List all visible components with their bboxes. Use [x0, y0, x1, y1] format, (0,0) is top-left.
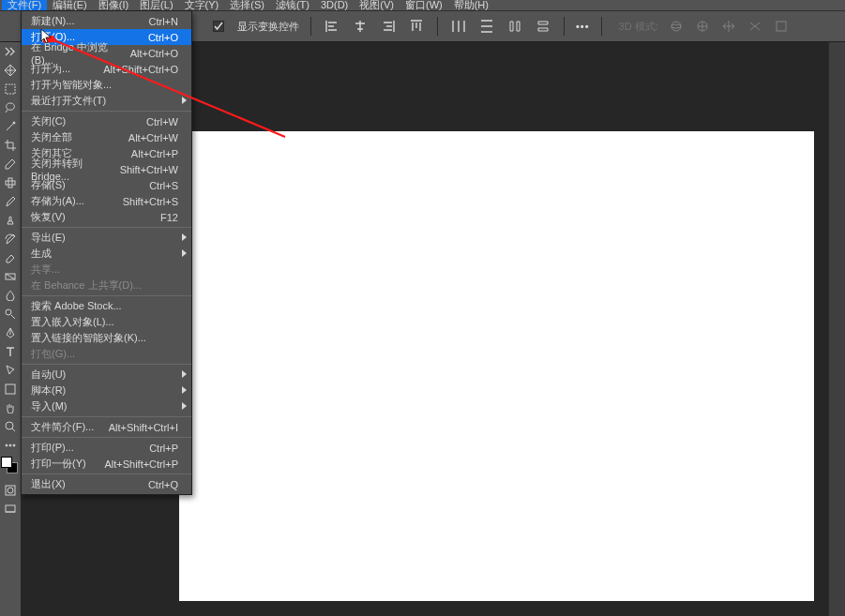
menu-edit[interactable]: 编辑(E)	[47, 0, 93, 10]
menu-item-shortcut: Ctrl+S	[149, 180, 178, 191]
lasso-tool-icon[interactable]	[0, 98, 21, 117]
menu-file[interactable]: 文件(F)	[2, 0, 47, 10]
menu-item[interactable]: 置入链接的智能对象(K)...	[22, 330, 191, 346]
wand-tool-icon[interactable]	[0, 117, 21, 136]
dodge-tool-icon[interactable]	[0, 305, 21, 323]
menu-item-label: 共享...	[31, 263, 60, 277]
zoom-tool-icon[interactable]	[0, 417, 21, 436]
menu-item[interactable]: 存储(S)Ctrl+S	[22, 177, 191, 193]
chevrons-icon[interactable]	[0, 42, 21, 61]
menu-separator	[22, 227, 191, 228]
menu-item-shortcut: Ctrl+Q	[148, 479, 178, 490]
menu-item[interactable]: 文件简介(F)...Alt+Shift+Ctrl+I	[22, 419, 191, 435]
crop-tool-icon[interactable]	[0, 136, 21, 155]
menu-item[interactable]: 关闭并转到 Bridge...Shift+Ctrl+W	[22, 161, 191, 177]
stamp-tool-icon[interactable]	[0, 211, 21, 230]
menu-item[interactable]: 关闭全部Alt+Ctrl+W	[22, 129, 191, 145]
eyedropper-tool-icon[interactable]	[0, 155, 21, 173]
type-tool-icon[interactable]	[0, 342, 21, 361]
menu-item[interactable]: 导入(M)	[22, 398, 191, 414]
menu-filter[interactable]: 滤镜(T)	[270, 0, 315, 10]
more-options-icon[interactable]: •••	[576, 21, 590, 32]
menu-item[interactable]: 打印一份(Y)Alt+Shift+Ctrl+P	[22, 456, 191, 472]
document-canvas[interactable]	[179, 131, 814, 601]
menu-item-shortcut: Ctrl+W	[146, 116, 178, 128]
gradient-tool-icon[interactable]	[0, 267, 21, 286]
menu-separator	[22, 111, 191, 112]
separator	[564, 17, 565, 36]
distribute-space-v-icon[interactable]	[534, 17, 552, 36]
menu-item: 共享...	[22, 262, 191, 278]
path-select-icon[interactable]	[0, 361, 21, 380]
distribute-h-icon[interactable]	[449, 17, 468, 36]
menu-image[interactable]: 图像(I)	[93, 0, 134, 10]
menu-item[interactable]: 打开为...Alt+Shift+Ctrl+O	[22, 61, 191, 77]
menu-item-shortcut: Alt+Ctrl+P	[131, 148, 178, 159]
menu-item-label: 打开为智能对象...	[31, 78, 112, 92]
menu-item[interactable]: 最近打开文件(T)	[22, 93, 191, 109]
menu-item[interactable]: 导出(E)	[22, 230, 191, 246]
menu-separator	[22, 364, 191, 365]
menu-item[interactable]: 置入嵌入对象(L)...	[22, 314, 191, 330]
align-right-icon[interactable]	[379, 17, 398, 36]
move-tool-icon[interactable]	[0, 61, 21, 80]
svg-rect-7	[6, 181, 15, 185]
healing-tool-icon[interactable]	[0, 173, 21, 192]
screenmode-icon[interactable]	[0, 500, 21, 518]
menu-item-label: 自动(U)	[31, 368, 66, 382]
checkbox-transform-controls[interactable]	[213, 21, 224, 32]
menu-layer[interactable]: 图层(L)	[134, 0, 178, 10]
align-hcenter-icon[interactable]	[351, 17, 370, 36]
shape-tool-icon[interactable]	[0, 380, 21, 398]
menu-item-label: 关闭(C)	[31, 114, 66, 128]
menu-item[interactable]: 生成	[22, 246, 191, 262]
separator	[310, 17, 311, 36]
label-transform-controls: 显示变换控件	[237, 20, 299, 34]
menu-item-shortcut: Ctrl+N	[149, 16, 178, 27]
menu-item[interactable]: 自动(U)	[22, 367, 191, 383]
menu-item-label: 置入嵌入对象(L)...	[31, 315, 114, 329]
menu-view[interactable]: 视图(V)	[354, 0, 400, 10]
svg-point-13	[9, 444, 11, 446]
menu-separator	[22, 416, 191, 417]
pen-tool-icon[interactable]	[0, 323, 21, 342]
hand-tool-icon[interactable]	[0, 398, 21, 417]
menu-item[interactable]: 退出(X)Ctrl+Q	[22, 476, 191, 492]
submenu-arrow-icon	[182, 233, 187, 241]
history-brush-icon[interactable]	[0, 230, 21, 248]
menu-item-shortcut: F12	[160, 212, 178, 223]
menu-item[interactable]: 脚本(R)	[22, 383, 191, 398]
menu-item-label: 打包(G)...	[31, 347, 75, 361]
svg-point-1	[671, 24, 681, 28]
menu-select[interactable]: 选择(S)	[224, 0, 270, 10]
distribute-space-h-icon[interactable]	[505, 17, 524, 36]
menu-item: 在 Behance 上共享(D)...	[22, 278, 191, 293]
menu-item[interactable]: 存储为(A)...Shift+Ctrl+S	[22, 193, 191, 209]
label-3d-mode: 3D 模式:	[619, 20, 658, 34]
menu-type[interactable]: 文字(Y)	[179, 0, 225, 10]
submenu-arrow-icon	[182, 370, 187, 378]
marquee-tool-icon[interactable]	[0, 80, 21, 98]
align-top-icon[interactable]	[407, 17, 426, 36]
separator	[601, 17, 602, 36]
blur-tool-icon[interactable]	[0, 286, 21, 305]
brush-tool-icon[interactable]	[0, 192, 21, 211]
distribute-v-icon[interactable]	[477, 17, 496, 36]
menu-item[interactable]: 新建(N)...Ctrl+N	[22, 13, 191, 29]
align-left-icon[interactable]	[323, 17, 341, 36]
color-swatch[interactable]	[0, 455, 21, 481]
menu-item[interactable]: 恢复(V)F12	[22, 209, 191, 225]
menu-item[interactable]: 关闭(C)Ctrl+W	[22, 113, 191, 129]
edit-toolbar-icon[interactable]	[0, 436, 21, 455]
menu-3d[interactable]: 3D(D)	[315, 0, 354, 10]
eraser-tool-icon[interactable]	[0, 248, 21, 267]
menu-help[interactable]: 帮助(H)	[448, 0, 494, 10]
menu-window[interactable]: 窗口(W)	[400, 0, 448, 10]
menu-item[interactable]: 在 Bridge 中浏览(B)...Alt+Ctrl+O	[22, 45, 191, 61]
menu-item[interactable]: 打开为智能对象...	[22, 77, 191, 93]
quickmask-icon[interactable]	[0, 481, 21, 500]
menu-item-shortcut: Alt+Ctrl+O	[130, 48, 178, 59]
menu-item-label: 文件简介(F)...	[31, 420, 94, 434]
menu-item[interactable]: 搜索 Adobe Stock...	[22, 298, 191, 314]
menu-item[interactable]: 打印(P)...Ctrl+P	[22, 440, 191, 456]
